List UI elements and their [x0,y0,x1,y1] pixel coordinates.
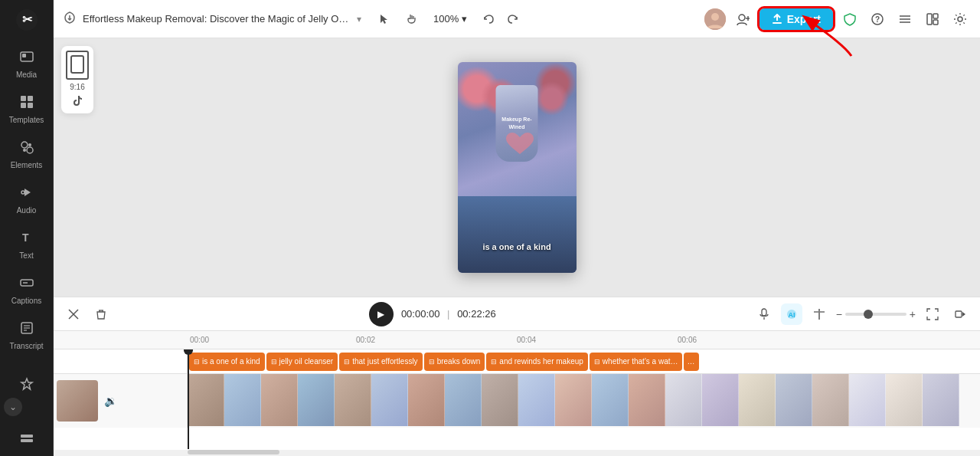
video-frame [518,374,555,426]
sidebar-item-media[interactable]: Media [4,43,50,85]
timeline-scrollbar[interactable] [54,450,980,456]
topbar-right: Export ? [704,8,971,30]
delete-button[interactable] [90,303,112,325]
svg-point-10 [28,143,31,146]
add-user-button[interactable] [732,8,753,30]
caption-chip-6[interactable]: … [684,353,699,371]
caption-chip-text-3: breaks down [437,357,481,366]
timeline-right-controls: AI − + [753,303,971,325]
caption-chip-text-6: … [687,357,694,366]
play-button[interactable]: ▶ [369,302,394,326]
hand-tool-button[interactable] [401,8,423,30]
aspect-916-icon [70,55,84,75]
caption-chip-0[interactable]: ⊟ is a one of a kind [189,353,265,371]
trim-tool-button[interactable] [63,303,84,325]
app-logo[interactable]: ✂ [13,6,41,34]
video-track-thumb [57,380,98,422]
zoom-in-icon[interactable]: + [910,308,916,320]
sidebar-item-audio[interactable]: Audio [4,179,50,221]
aspect-ratio-selector[interactable]: 9:16 [61,46,93,113]
caption-track: ⊟ is a one of a kind ⊟ jelly oil cleanse… [54,349,980,374]
redo-button[interactable] [502,8,524,30]
caption-chip-text-0: is a one of a kind [202,357,260,366]
zoom-thumb[interactable] [864,310,873,319]
svg-rect-22 [21,435,33,438]
video-frame [923,374,959,426]
menu-button[interactable] [894,8,916,30]
split-button[interactable] [808,303,830,325]
svg-point-26 [739,15,745,21]
fullscreen-timeline-button[interactable] [922,303,943,325]
zoom-level: 100% [433,13,459,25]
caption-chips-container: ⊟ is a one of a kind ⊟ jelly oil cleanse… [188,349,701,373]
layout-button[interactable] [922,8,943,30]
topbar-tools: 100% ▾ [374,8,472,30]
timeline-center-controls: ▶ 00:00:00 | 00:22:26 [118,302,747,326]
cursor-tool-button[interactable] [374,8,395,30]
caption-chip-2[interactable]: ⊟ that just effortlessly [339,353,422,371]
zoom-slider[interactable]: − + [836,308,916,320]
zoom-track[interactable] [845,313,906,316]
svg-point-12 [21,191,24,194]
sidebar-item-transcript[interactable]: Transcript [4,314,50,356]
chip-icon-2: ⊟ [344,358,350,366]
volume-icon[interactable]: 🔉 [104,395,117,407]
avatar[interactable] [704,8,726,30]
sidebar-item-captions[interactable]: Captions [4,269,50,311]
zoom-out-icon[interactable]: − [836,308,842,320]
video-track-label: 🔉 [54,374,188,428]
chip-icon-0: ⊟ [194,358,200,366]
zoom-chevron: ▾ [462,13,467,25]
chip-icon-4: ⊟ [491,358,497,366]
chip-icon-3: ⊟ [429,358,435,366]
sidebar-item-templates[interactable]: Templates [4,88,50,130]
chip-icon-5: ⊟ [594,358,600,366]
scrollbar-thumb[interactable] [188,450,279,454]
video-frame [188,374,224,426]
help-button[interactable]: ? [867,8,888,30]
caption-chip-3[interactable]: ⊟ breaks down [424,353,485,371]
aspect-916-option[interactable] [66,51,89,80]
topbar: Effortless Makeup Removal: Discover the … [54,0,980,38]
svg-rect-30 [773,22,782,24]
caption-chip-1[interactable]: ⊟ jelly oil cleanser [266,353,338,371]
undo-button[interactable] [478,8,499,30]
svg-text:✂: ✂ [21,13,32,26]
svg-text:?: ? [875,15,880,24]
video-frame [776,374,812,426]
text-icon: T [19,230,34,249]
sidebar-item-elements[interactable]: Elements [4,133,50,176]
video-frame [445,374,482,426]
caption-chip-5[interactable]: ⊟ whether that's a wat… [590,353,683,371]
save-icon[interactable] [63,11,77,28]
svg-rect-41 [71,56,83,73]
ai-caption-button[interactable]: AI [781,303,802,325]
mic-button[interactable] [753,303,775,325]
sidebar-item-favorites[interactable] [4,370,50,398]
record-button[interactable] [949,303,971,325]
video-frame [702,374,739,426]
sidebar-item-text[interactable]: T Text [4,224,50,266]
settings-button[interactable] [949,8,971,30]
zoom-control[interactable]: 100% ▾ [429,10,472,28]
media-icon [19,49,34,68]
export-button[interactable]: Export [760,8,833,30]
caption-chip-text-4: and rewinds her makeup [499,357,583,366]
current-time: 00:00:00 [401,308,440,320]
video-frame [739,374,776,426]
caption-chip-4[interactable]: ⊟ and rewinds her makeup [486,353,588,371]
video-frame [298,374,335,426]
sidebar-item-elements-label: Elements [11,161,43,169]
sidebar-item-media-label: Media [16,71,37,79]
sidebar-item-text-label: Text [19,251,33,260]
video-frame [371,374,408,426]
templates-icon [19,94,34,113]
svg-point-8 [21,142,28,148]
sidebar-collapse-button[interactable]: ⌄ [4,398,22,416]
time-separator: | [447,308,449,320]
topbar-wrapper: Effortless Makeup Removal: Discover the … [54,0,980,38]
sidebar-item-grid[interactable] [4,422,50,450]
shield-button[interactable] [839,8,861,30]
svg-rect-6 [21,103,26,108]
title-dropdown-chevron[interactable]: ▾ [357,14,361,25]
